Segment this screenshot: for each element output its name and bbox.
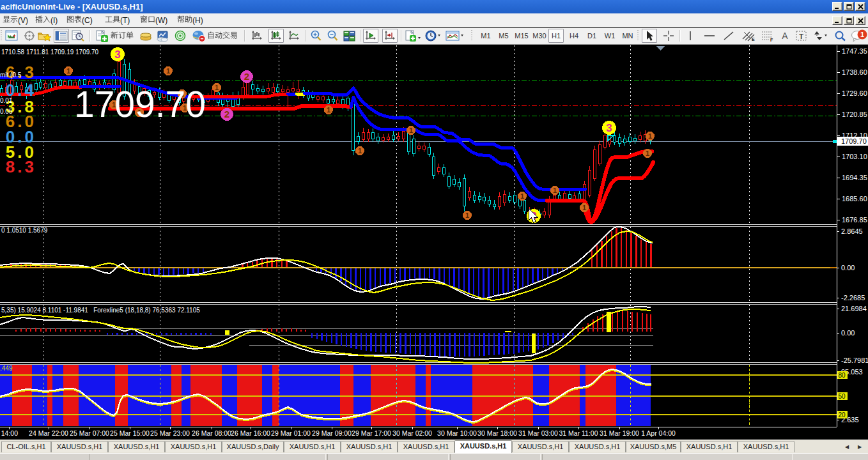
svg-text:1 Apr 04:00: 1 Apr 04:00 <box>641 429 676 437</box>
svg-text:0.01: 0.01 <box>0 97 13 104</box>
svg-text:26 Mar 08:00: 26 Mar 08:00 <box>192 429 231 437</box>
svg-text:1: 1 <box>860 31 864 38</box>
svg-text:1: 1 <box>465 211 469 219</box>
svg-text:24 Mar 22:00: 24 Mar 22:00 <box>29 429 68 437</box>
svg-text:1: 1 <box>66 67 70 75</box>
svg-text:26 Mar 16:00: 26 Mar 16:00 <box>231 429 270 437</box>
svg-text:F: F <box>770 38 773 42</box>
svg-text:29 Mar 01:00: 29 Mar 01:00 <box>271 429 311 437</box>
svg-text:-2.2685: -2.2685 <box>841 294 865 302</box>
svg-text:30 Mar 02:00: 30 Mar 02:00 <box>392 429 432 437</box>
svg-text:29 Mar 17:00: 29 Mar 17:00 <box>352 429 391 437</box>
svg-text:80: 80 <box>838 372 846 379</box>
svg-text:1738.60: 1738.60 <box>842 68 867 76</box>
svg-text:2: 2 <box>224 109 229 119</box>
svg-text:1709.70: 1709.70 <box>841 137 867 145</box>
svg-text:29 Mar 09:00: 29 Mar 09:00 <box>312 429 352 437</box>
svg-text:1: 1 <box>553 187 557 194</box>
svg-text:31 Mar 11:00: 31 Mar 11:00 <box>559 429 598 437</box>
svg-text:1: 1 <box>648 132 652 140</box>
svg-text:1: 1 <box>646 150 649 157</box>
svg-text:0.00: 0.00 <box>841 329 855 337</box>
svg-text:.449: .449 <box>0 365 13 372</box>
svg-text:1: 1 <box>520 192 524 200</box>
svg-text:25 Mar 07:00: 25 Mar 07:00 <box>70 429 109 437</box>
svg-text:2.8645: 2.8645 <box>841 227 863 235</box>
svg-text:1709.70: 1709.70 <box>74 84 206 125</box>
svg-text:1: 1 <box>327 106 330 114</box>
svg-text:31 Mar 03:00: 31 Mar 03:00 <box>518 429 558 437</box>
svg-text:3: 3 <box>606 122 612 134</box>
svg-text:5,35) 15.9024 8.1101 -11.9841: 5,35) 15.9024 8.1101 -11.9841 Forexline5… <box>1 307 200 314</box>
svg-text:1729.60: 1729.60 <box>842 89 867 97</box>
svg-text:20: 20 <box>838 411 846 418</box>
svg-text:-25.7981: -25.7981 <box>841 356 868 364</box>
svg-text:1: 1 <box>409 126 413 134</box>
svg-text:31 Mar 19:00: 31 Mar 19:00 <box>600 429 639 437</box>
svg-text:0 1.0510 1.5679: 0 1.0510 1.5679 <box>1 227 48 234</box>
svg-text:1685.60: 1685.60 <box>842 195 867 203</box>
svg-text:1: 1 <box>582 204 586 211</box>
svg-text:30 Mar 18:00: 30 Mar 18:00 <box>477 429 517 437</box>
svg-text:8.3: 8.3 <box>6 157 36 176</box>
svg-text:30 Mar 10:00: 30 Mar 10:00 <box>437 429 477 437</box>
svg-text:50: 50 <box>838 393 846 400</box>
svg-text:1703.10: 1703.10 <box>842 153 867 160</box>
svg-text:25 Mar 15:00: 25 Mar 15:00 <box>110 429 150 437</box>
svg-text:25 Mar 23:00: 25 Mar 23:00 <box>150 429 190 437</box>
svg-text:mit (0.5: mit (0.5 <box>0 72 22 79</box>
svg-text:1: 1 <box>166 67 170 75</box>
svg-text:T: T <box>799 33 803 40</box>
svg-text:1694.35: 1694.35 <box>842 174 867 181</box>
svg-text:1710.58 1711.81 1709.19 1709.7: 1710.58 1711.81 1709.19 1709.70 <box>1 49 99 56</box>
svg-text:A: A <box>782 31 788 41</box>
svg-text:1720.85: 1720.85 <box>842 111 867 118</box>
svg-text:1747.35: 1747.35 <box>842 47 867 55</box>
svg-text:0.05: 0.05 <box>0 108 13 115</box>
svg-text:1: 1 <box>358 147 362 155</box>
svg-text:3: 3 <box>114 49 120 61</box>
svg-text:E: E <box>752 37 755 42</box>
svg-text:1: 1 <box>215 84 219 91</box>
svg-text:1676.85: 1676.85 <box>842 216 867 224</box>
svg-text:21.6984: 21.6984 <box>841 305 867 312</box>
svg-text:Mar 14:00: Mar 14:00 <box>0 429 18 437</box>
svg-text:2: 2 <box>244 71 249 82</box>
svg-text:0.00: 0.00 <box>841 264 855 272</box>
